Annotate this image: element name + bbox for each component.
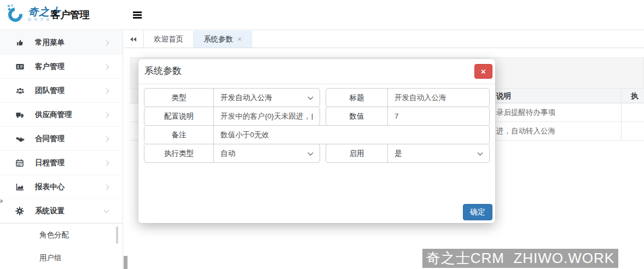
app-header: 奇之士 软件开发 客户管理 xyxy=(0,0,644,30)
config-desc-input[interactable] xyxy=(214,107,320,125)
sidebar: 常用菜单 客户管理 团队管理 供应商管理 xyxy=(0,31,123,269)
config-desc-label: 配置说明 xyxy=(144,107,214,125)
modal-footer: 确定 xyxy=(463,204,492,220)
tab-system-params[interactable]: 系统参数× xyxy=(194,31,252,48)
gear-icon xyxy=(15,207,26,215)
chevron-right-icon xyxy=(104,65,109,70)
exec-type-select[interactable]: 自动 xyxy=(214,144,320,162)
id-card-icon xyxy=(15,62,26,71)
value-input[interactable] xyxy=(388,107,489,125)
enable-select[interactable]: 是 xyxy=(388,144,489,162)
logo-icon xyxy=(7,4,26,25)
thumbs-up-icon xyxy=(15,38,26,47)
double-left-arrow-icon xyxy=(130,37,133,42)
remark-input[interactable] xyxy=(214,126,489,144)
sidebar-item-report-center[interactable]: 报表中心 xyxy=(0,175,123,199)
sidebar-item-system-settings[interactable]: 系统设置 xyxy=(0,199,123,223)
watermark: 奇之士CRM ZHIWO.WORK xyxy=(422,249,618,268)
table-header-exec-type: 执 xyxy=(631,89,639,103)
table-header-description: 说明 xyxy=(496,89,511,103)
app-root: 奇之士 软件开发 客户管理 常用菜单 客户管理 团队管理 xyxy=(0,0,644,269)
table-column-divider xyxy=(621,89,622,141)
type-select[interactable]: 开发自动入公海 xyxy=(214,89,320,107)
chevron-right-icon xyxy=(104,137,109,142)
hamburger-menu-icon[interactable] xyxy=(133,11,142,20)
chevron-right-icon xyxy=(104,40,109,46)
submenu-scrollbar[interactable] xyxy=(116,226,118,244)
enable-label: 启用 xyxy=(326,144,388,162)
chevron-down-icon xyxy=(104,208,109,213)
chevron-right-icon xyxy=(104,161,109,166)
users-icon xyxy=(15,86,26,95)
panel-resize-arrow-icon[interactable] xyxy=(1,199,3,203)
submenu-item-user-group[interactable]: 用户组 xyxy=(0,247,123,269)
modal-header: 系统参数 × xyxy=(138,59,495,84)
chevron-right-icon xyxy=(104,185,109,190)
exec-type-label: 执行类型 xyxy=(144,144,214,162)
sidebar-item-contract-mgmt[interactable]: 合同管理 xyxy=(0,127,123,151)
calendar-icon xyxy=(15,159,26,167)
app-title: 客户管理 xyxy=(50,0,90,30)
system-params-modal: 系统参数 × 类型 开发自动入公海 标题 xyxy=(138,59,495,223)
confirm-button[interactable]: 确定 xyxy=(463,204,492,220)
tab-bar: 欢迎首页 系统参数× xyxy=(124,31,644,48)
close-tab-icon[interactable]: × xyxy=(237,35,242,43)
chevron-right-icon xyxy=(104,113,109,118)
truck-icon xyxy=(15,110,26,119)
sidebar-item-customer-mgmt[interactable]: 客户管理 xyxy=(0,55,123,79)
modal-title: 系统参数 xyxy=(144,59,182,83)
sidebar-submenu: 角色分配 用户组 xyxy=(0,223,123,269)
modal-form: 类型 开发自动入公海 标题 配置说明 xyxy=(144,88,490,163)
modal-close-button[interactable]: × xyxy=(474,64,492,79)
sidebar-item-common-menu[interactable]: 常用菜单 xyxy=(0,31,123,55)
sidebar-item-supplier-mgmt[interactable]: 供应商管理 xyxy=(0,103,123,127)
area-chart-icon xyxy=(15,183,26,191)
chevron-right-icon xyxy=(104,89,109,94)
tab-welcome-home[interactable]: 欢迎首页 xyxy=(144,31,194,48)
collapse-tabs-button[interactable] xyxy=(124,31,144,48)
scrollbar-thumb[interactable] xyxy=(124,256,127,269)
remark-label: 备注 xyxy=(144,126,214,144)
value-label: 数值 xyxy=(326,107,388,125)
submenu-item-role-assignment[interactable]: 角色分配 xyxy=(0,224,123,247)
close-icon: × xyxy=(481,67,486,76)
type-label: 类型 xyxy=(144,89,214,107)
handshake-icon xyxy=(15,134,26,143)
title-input[interactable] xyxy=(388,89,489,107)
sidebar-item-team-mgmt[interactable]: 团队管理 xyxy=(0,79,123,103)
title-label: 标题 xyxy=(326,89,388,107)
sidebar-item-schedule-mgmt[interactable]: 日程管理 xyxy=(0,151,123,175)
